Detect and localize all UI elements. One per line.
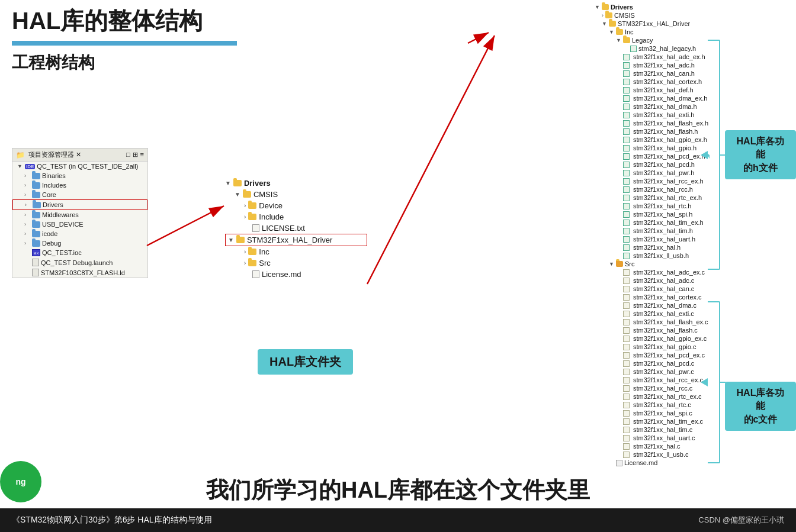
project-name: QC_TEST (in QC_TEST_IDE_2all) bbox=[37, 163, 138, 170]
r-arrow: ▼ bbox=[609, 29, 614, 35]
r-hal-driver[interactable]: ▼ STM32F1xx_HAL_Driver bbox=[595, 20, 784, 28]
drivers-cmsis[interactable]: ▼ CMSIS bbox=[225, 189, 367, 200]
bottom-bar-right: CSDN @偏壁家的王小琪 bbox=[698, 515, 784, 525]
r-file: stm32f1xx_hal_flash_ex.c bbox=[595, 318, 784, 326]
tree-debug[interactable]: › Debug bbox=[12, 238, 147, 248]
drivers-src[interactable]: › Src bbox=[225, 257, 367, 269]
tree-label: QC_TEST Debug.launch bbox=[41, 259, 113, 266]
r-label: Src bbox=[625, 260, 635, 267]
tree-label: Binaries bbox=[42, 172, 66, 179]
tree-icode[interactable]: › icode bbox=[12, 229, 147, 238]
tree-debug-launch[interactable]: QC_TEST Debug.launch bbox=[12, 257, 147, 267]
tree-usb[interactable]: › USB_DEVICE bbox=[12, 220, 147, 229]
r-file: stm32f1xx_hal_tim_ex.h bbox=[595, 218, 784, 227]
r-file: stm32f1xx_hal_spi.h bbox=[595, 210, 784, 218]
title-blue-bar bbox=[12, 41, 237, 46]
r-file: stm32f1xx_ll_usb.h bbox=[595, 252, 784, 260]
expand-arrow: › bbox=[244, 260, 246, 266]
icon-2: ⊞ bbox=[133, 151, 138, 159]
folder-icon-icode bbox=[32, 231, 40, 237]
project-panel: 📁 项目资源管理器 ✕ □ ⊞ ≡ ▼ IDE QC_TEST (in QC_T… bbox=[12, 148, 148, 278]
tree-label: Drivers bbox=[43, 201, 63, 208]
drivers-include[interactable]: › Include bbox=[225, 211, 367, 223]
drivers-license-txt[interactable]: LICENSE.txt bbox=[225, 223, 367, 234]
folder-icon-small: 📁 bbox=[16, 151, 25, 159]
inc-label: Inc bbox=[259, 247, 269, 256]
folder-icon-includes bbox=[32, 182, 40, 189]
tree-core[interactable]: › Core bbox=[12, 190, 147, 199]
r-arrow: ▼ bbox=[595, 4, 600, 10]
green-circle-text: ng bbox=[15, 477, 25, 486]
r-file: stm32f1xx_hal_dma_ex.h bbox=[595, 94, 784, 102]
device-label: Device bbox=[259, 201, 283, 210]
panel-header: 📁 项目资源管理器 ✕ □ ⊞ ≡ bbox=[12, 149, 147, 162]
expand-arrow: › bbox=[244, 214, 246, 220]
drivers-inc[interactable]: › Inc bbox=[225, 246, 367, 257]
expand-arrow: › bbox=[244, 202, 246, 209]
svg-line-1 bbox=[147, 206, 224, 246]
r-file: stm32f1xx_hal_adc_ex.c bbox=[595, 268, 784, 276]
r-file: stm32f1xx_hal_adc.c bbox=[595, 276, 784, 285]
tree-includes[interactable]: › Includes bbox=[12, 180, 147, 190]
expand-arrow: ▼ bbox=[235, 191, 240, 198]
project-root[interactable]: ▼ IDE QC_TEST (in QC_TEST_IDE_2all) bbox=[12, 162, 147, 171]
r-file: stm32f1xx_hal_flash.c bbox=[595, 326, 784, 334]
r-file: stm32f1xx_hal.h bbox=[595, 243, 784, 252]
r-file: stm32f1xx_hal_dma.c bbox=[595, 301, 784, 309]
r-cmsis[interactable]: › CMSIS bbox=[595, 11, 784, 20]
cmsis-label: CMSIS bbox=[253, 190, 278, 199]
r-legacy[interactable]: ▼ Legacy bbox=[595, 36, 784, 44]
hal-folder-label: HAL库文件夹 bbox=[258, 349, 353, 375]
r-file: stm32f1xx_hal_pcd.c bbox=[595, 359, 784, 367]
license-md-label: License.md bbox=[262, 270, 301, 279]
tree-drivers[interactable]: › Drivers bbox=[12, 199, 147, 210]
file-icon-license-md bbox=[252, 270, 259, 278]
r-arrow: › bbox=[602, 12, 604, 18]
drivers-device[interactable]: › Device bbox=[225, 200, 367, 211]
subtitle: 工程树结构 bbox=[0, 46, 255, 76]
expand-arrow: › bbox=[24, 192, 30, 198]
tree-flash-ld[interactable]: STM32F103C8TX_FLASH.ld bbox=[12, 267, 147, 278]
label-c-files: HAL库各功能的c文件 bbox=[725, 382, 796, 431]
r-file: stm32f1xx_hal_adc_ex.h bbox=[595, 53, 784, 61]
drivers-hal-driver[interactable]: ▼ STM32F1xx_HAL_Driver bbox=[225, 234, 367, 246]
tree-middlewares[interactable]: › Middlewares bbox=[12, 210, 147, 220]
drivers-license-md[interactable]: License.md bbox=[225, 269, 367, 280]
bottom-text: 我们所学习的HAL库都在这个文件夹里 bbox=[0, 475, 796, 505]
r-folder-icon bbox=[602, 4, 609, 10]
r-file: stm32f1xx_hal_cortex.h bbox=[595, 78, 784, 86]
folder-icon-usb bbox=[32, 221, 40, 228]
r-label: Legacy bbox=[632, 37, 653, 44]
r-label: Drivers bbox=[611, 4, 633, 11]
svg-line-2 bbox=[468, 33, 489, 43]
hal-folder-text: HAL库文件夹 bbox=[269, 355, 341, 368]
drivers-panel: ▼ Drivers ▼ CMSIS › Device › Include LIC… bbox=[225, 178, 367, 280]
folder-icon-drivers bbox=[33, 202, 41, 208]
expand-arrow: ▼ bbox=[225, 180, 231, 186]
r-file: stm32f1xx_hal_cortex.c bbox=[595, 293, 784, 301]
r-file: stm32f1xx_hal_pcd_ex.c bbox=[595, 351, 784, 359]
r-drivers[interactable]: ▼ Drivers bbox=[595, 3, 784, 11]
r-src[interactable]: ▼ Src bbox=[595, 260, 784, 268]
r-folder-icon bbox=[623, 37, 630, 43]
r-inc[interactable]: ▼ Inc bbox=[595, 28, 784, 36]
tree-ioc[interactable]: MX QC_TEST.ioc bbox=[12, 248, 147, 257]
svg-line-3 bbox=[367, 36, 495, 284]
r-file: stm32_hal_legacy.h bbox=[595, 44, 784, 53]
tree-binaries[interactable]: › Binaries bbox=[12, 171, 147, 180]
title-area: HAL库的整体结构 工程树结构 bbox=[0, 0, 255, 76]
tree-label: Core bbox=[42, 191, 56, 198]
r-label: STM32F1xx_HAL_Driver bbox=[618, 20, 690, 27]
drivers-root[interactable]: ▼ Drivers bbox=[225, 178, 367, 189]
r-file: stm32f1xx_hal_pwr.c bbox=[595, 367, 784, 376]
tree-label: Debug bbox=[42, 240, 61, 247]
include-label: Include bbox=[259, 212, 284, 221]
icon-1: □ bbox=[126, 151, 130, 159]
r-file: stm32f1xx_hal_rtc.h bbox=[595, 202, 784, 210]
drivers-label: Drivers bbox=[244, 179, 271, 188]
r-file: stm32f1xx_hal_rcc.h bbox=[595, 185, 784, 194]
r-folder-icon bbox=[616, 261, 623, 267]
r-label: stm32_hal_legacy.h bbox=[638, 45, 696, 52]
license-txt-label: LICENSE.txt bbox=[262, 224, 305, 233]
folder-icon-src bbox=[248, 260, 256, 266]
